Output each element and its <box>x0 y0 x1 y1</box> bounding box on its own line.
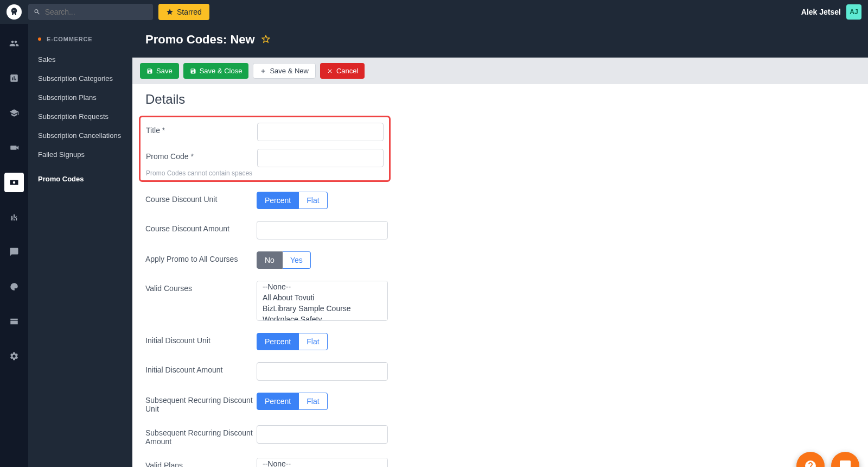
valid-plans-label: Valid Plans <box>145 458 257 467</box>
rail-announce[interactable] <box>4 138 24 157</box>
subsequent-unit-flat[interactable]: Flat <box>299 393 327 410</box>
initial-discount-amount-label: Initial Discount Amount <box>145 362 257 374</box>
star-icon <box>166 8 174 16</box>
save-button[interactable]: Save <box>140 63 179 79</box>
cancel-button[interactable]: Cancel <box>320 63 365 79</box>
cancel-label: Cancel <box>336 67 358 75</box>
gear-icon <box>9 351 19 361</box>
plan-option[interactable]: --None-- <box>257 458 387 467</box>
save-close-label: Save & Close <box>200 67 242 75</box>
subsequent-unit-percent[interactable]: Percent <box>257 393 299 410</box>
sidebar-item-sub-categories[interactable]: Subscription Categories <box>28 69 132 88</box>
promo-code-label: Promo Code * <box>146 149 257 161</box>
valid-courses-label: Valid Courses <box>145 281 257 293</box>
fab-chat[interactable] <box>831 452 859 467</box>
save-close-button[interactable]: Save & Close <box>183 63 249 79</box>
subsequent-unit-toggle: Percent Flat <box>257 393 328 410</box>
promo-code-input[interactable] <box>257 149 384 167</box>
save-icon <box>146 68 153 74</box>
star-outline-icon <box>261 35 270 43</box>
sidebar-item-sub-requests[interactable]: Subscription Requests <box>28 107 132 126</box>
plus-icon <box>260 68 266 74</box>
valid-courses-select[interactable]: --None-- All About Tovuti BizLibrary Sam… <box>257 281 388 321</box>
users-icon <box>9 39 19 48</box>
logo[interactable] <box>7 4 22 20</box>
icon-rail <box>0 24 28 467</box>
starred-button[interactable]: Starred <box>158 4 209 20</box>
fab-help[interactable] <box>796 452 825 467</box>
user-name: Alek Jetsel <box>801 8 841 16</box>
sidebar-item-sales[interactable]: Sales <box>28 50 132 69</box>
page-header: Promo Codes: New <box>132 24 868 58</box>
search-input[interactable] <box>45 8 148 16</box>
chat-icon <box>839 459 852 467</box>
initial-discount-amount-input[interactable] <box>257 362 388 381</box>
message-icon <box>9 247 19 257</box>
course-unit-flat[interactable]: Flat <box>299 192 327 209</box>
course-option[interactable]: BizLibrary Sample Course <box>257 303 387 314</box>
apply-all-no[interactable]: No <box>257 251 283 269</box>
rail-analytics[interactable] <box>4 68 24 88</box>
course-discount-amount-label: Course Discount Amount <box>145 221 257 233</box>
form-section: Details Title * Promo Code * Promo Codes… <box>132 84 868 467</box>
megaphone-icon <box>9 143 19 153</box>
money-icon <box>9 178 19 187</box>
save-new-button[interactable]: Save & New <box>253 63 316 79</box>
course-discount-amount-input[interactable] <box>257 221 388 239</box>
starred-label: Starred <box>177 8 202 16</box>
course-unit-percent[interactable]: Percent <box>257 192 299 209</box>
page-title: Promo Codes: New <box>145 33 255 47</box>
course-option[interactable]: All About Tovuti <box>257 292 387 303</box>
save-label: Save <box>156 67 173 75</box>
initial-discount-unit-toggle: Percent Flat <box>257 333 328 350</box>
sidebar-item-failed-signups[interactable]: Failed Signups <box>28 145 132 164</box>
course-option[interactable]: --None-- <box>257 281 387 292</box>
window-icon <box>9 317 19 326</box>
rail-settings[interactable] <box>4 346 24 366</box>
bars-icon <box>9 212 19 222</box>
initial-unit-flat[interactable]: Flat <box>299 333 327 350</box>
course-discount-unit-label: Course Discount Unit <box>145 192 257 204</box>
topbar: Starred Alek Jetsel AJ <box>0 0 868 24</box>
highlight-box: Title * Promo Code * Promo Codes cannot … <box>139 116 391 182</box>
rail-design[interactable] <box>4 277 24 296</box>
title-label: Title * <box>146 123 257 135</box>
sidebar: E-COMMERCE Sales Subscription Categories… <box>28 24 132 467</box>
rail-ecommerce[interactable] <box>4 173 24 192</box>
rail-reports[interactable] <box>4 207 24 227</box>
section-title: Details <box>145 92 855 107</box>
action-bar: Save Save & Close Save & New Cancel <box>132 58 868 84</box>
valid-plans-select[interactable]: --None-- Registration Hidden Subscriptio… <box>257 458 388 467</box>
course-discount-unit-toggle: Percent Flat <box>257 192 328 209</box>
content: Promo Codes: New Save Save & Close Save … <box>132 24 868 467</box>
sidebar-heading-text: E-COMMERCE <box>47 36 92 42</box>
avatar[interactable]: AJ <box>846 4 861 20</box>
elephant-icon <box>9 7 19 17</box>
save-icon <box>190 68 196 74</box>
initial-discount-unit-label: Initial Discount Unit <box>145 333 257 345</box>
subsequent-unit-label: Subsequent Recurring Discount Unit <box>145 393 257 413</box>
title-input[interactable] <box>257 123 384 141</box>
search-box[interactable] <box>28 4 153 20</box>
course-option[interactable]: Workplace Safety <box>257 314 387 321</box>
subsequent-amount-input[interactable] <box>257 425 388 444</box>
graduation-icon <box>9 108 19 118</box>
rail-learning[interactable] <box>4 103 24 123</box>
rail-users[interactable] <box>4 34 24 53</box>
palette-icon <box>9 282 19 292</box>
promo-help-text: Promo Codes cannot contain spaces <box>146 169 384 177</box>
rail-content[interactable] <box>4 312 24 331</box>
fab-group <box>796 452 859 467</box>
apply-all-yes[interactable]: Yes <box>283 251 311 269</box>
subsequent-amount-label: Subsequent Recurring Discount Amount <box>145 425 257 446</box>
sidebar-item-promo-codes[interactable]: Promo Codes <box>28 169 132 188</box>
sidebar-item-sub-plans[interactable]: Subscription Plans <box>28 88 132 107</box>
rail-messages[interactable] <box>4 242 24 262</box>
apply-all-label: Apply Promo to All Courses <box>145 251 257 263</box>
chart-icon <box>9 73 19 83</box>
dot-icon <box>38 37 41 41</box>
sidebar-item-sub-cancellations[interactable]: Subscription Cancellations <box>28 126 132 145</box>
favorite-toggle[interactable] <box>261 35 270 45</box>
close-icon <box>327 68 333 74</box>
initial-unit-percent[interactable]: Percent <box>257 333 299 350</box>
